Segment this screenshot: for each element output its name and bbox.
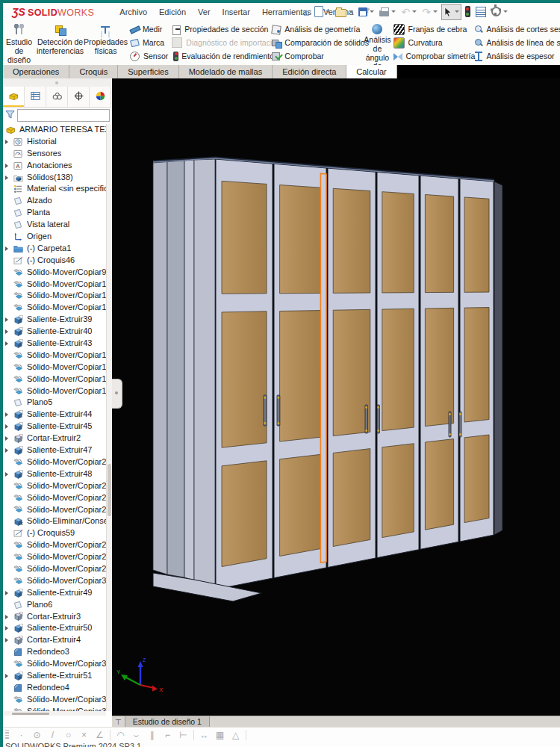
ribbon-button-an-lisis-de-cortes-sesgados[interactable]: Análisis de cortes sesgados: [473, 22, 560, 36]
ribbon-button-medir[interactable]: Medir: [129, 22, 168, 36]
tree-item-saliente-extruir48[interactable]: Saliente-Extruir48: [3, 468, 106, 480]
tab-superficies[interactable]: Superficies: [118, 65, 178, 78]
tree-item-cortar-extruir2[interactable]: Cortar-Extruir2: [3, 433, 106, 444]
expand-arrow-icon[interactable]: [5, 674, 8, 678]
parallel-icon[interactable]: ∥: [144, 730, 160, 740]
tree-item-saliente-extruir45[interactable]: Saliente-Extruir45: [3, 421, 106, 433]
tree-item-vista-lateral[interactable]: Vista lateral: [3, 219, 106, 231]
tree-item-plano6[interactable]: Plano6: [3, 599, 106, 611]
dropdown-caret-icon[interactable]: [370, 10, 374, 13]
line-icon[interactable]: /: [45, 730, 60, 740]
tab-modelado-de-mallas[interactable]: Modelado de mallas: [179, 65, 273, 78]
tree-item-anotaciones[interactable]: AAnotaciones: [3, 160, 106, 172]
angle-icon[interactable]: ∠: [92, 730, 108, 740]
arc-icon[interactable]: ◠: [113, 730, 128, 740]
ribbon-button-comprobar-simetr-a[interactable]: Comprobar simetría: [393, 49, 470, 63]
tree-item-s-lido-mover-copiar32[interactable]: Sólido-Mover/Copiar32: [3, 694, 106, 706]
tree-item-cortar-extruir3[interactable]: Cortar-Extruir3: [3, 611, 106, 623]
tree-item-plano5[interactable]: Plano5: [3, 397, 106, 409]
tree-item-s-lido-mover-copiar23[interactable]: Sólido-Mover/Copiar23: [3, 480, 106, 492]
tab-calcular[interactable]: Calcular: [346, 65, 396, 78]
tree-item-s-lido-mover-copiar13[interactable]: Sólido-Mover/Copiar13: [3, 350, 106, 362]
tree-item-croquis59[interactable]: (-) Croquis59: [3, 527, 106, 539]
ribbon-button-propiedades-de-secci-n[interactable]: Propiedades de sección: [171, 22, 264, 36]
expand-arrow-icon[interactable]: [5, 341, 8, 346]
new-document-icon[interactable]: [313, 4, 332, 19]
dropdown-caret-icon[interactable]: [412, 10, 417, 13]
expand-arrow-icon[interactable]: [5, 472, 8, 477]
scrollbar-thumb[interactable]: [108, 464, 111, 516]
tree-item-armario-teresa-tex-predete[interactable]: ARMARIO TERESA TEX (Predete: [3, 124, 106, 136]
circle-center-icon[interactable]: ⊙: [29, 730, 45, 740]
expand-arrow-icon[interactable]: [5, 626, 8, 630]
tree-item-s-lido-mover-copiar10[interactable]: Sólido-Mover/Copiar10: [3, 279, 106, 291]
expand-arrow-icon[interactable]: [5, 176, 8, 180]
grid-icon[interactable]: ▦: [212, 730, 228, 740]
tree-item-saliente-extruir51[interactable]: Saliente-Extruir51: [3, 670, 106, 682]
configurationmanager-tab[interactable]: [46, 87, 68, 107]
tree-item-s-lido-mover-copiar28[interactable]: Sólido-Mover/Copiar28: [3, 551, 106, 563]
expand-arrow-icon[interactable]: [5, 164, 8, 168]
scrollbar-thumb[interactable]: [12, 713, 49, 715]
print-icon[interactable]: [378, 4, 397, 19]
options-list-icon[interactable]: [474, 4, 488, 19]
cross-icon[interactable]: ×: [76, 730, 92, 740]
dropdown-caret-icon[interactable]: [503, 10, 508, 13]
graphics-viewport[interactable]: YXZ: [112, 78, 560, 716]
study-tab-estudio-de-dise-o-1[interactable]: Estudio de diseño 1: [125, 716, 210, 727]
ribbon-button-franjas-de-cebra[interactable]: Franjas de cebra: [393, 22, 470, 36]
tree-item-saliente-extruir47[interactable]: Saliente-Extruir47: [3, 444, 106, 456]
tree-item-material-sin-especificar[interactable]: Material <sin especificar>: [3, 183, 106, 195]
ribbon-button-propiedades-f-sicas[interactable]: Propiedades físicas: [84, 20, 128, 65]
ribbon-button-comprobar[interactable]: Comprobar: [271, 49, 362, 63]
expand-arrow-icon[interactable]: [5, 412, 8, 417]
expand-arrow-icon[interactable]: [5, 448, 8, 453]
expand-arrow-icon[interactable]: [5, 638, 8, 642]
circle-icon[interactable]: ○: [60, 730, 76, 740]
tree-item-s-lido-mover-copiar25[interactable]: Sólido-Mover/Copiar25: [3, 504, 106, 516]
tree-item-saliente-extruir39[interactable]: Saliente-Extruir39: [3, 314, 106, 326]
ribbon-button-evaluaci-n-de-rendimiento[interactable]: Evaluación de rendimiento: [171, 49, 264, 63]
point-icon[interactable]: ·: [13, 730, 29, 740]
tab-edici-n-directa[interactable]: Edición directa: [273, 65, 346, 78]
ribbon-button-curvatura[interactable]: Curvatura: [393, 36, 470, 49]
displaymanager-tab[interactable]: [90, 87, 111, 107]
tree-item-redondeo3[interactable]: Redondeo3: [3, 646, 106, 658]
tree-item-s-lido-mover-copiar9[interactable]: Sólido-Mover/Copiar9: [3, 267, 106, 279]
ribbon-button-an-lisis-de-ngulo-de-salida[interactable]: Análisis de ángulo de salida: [364, 20, 391, 65]
panel-splitter-handle[interactable]: [3, 78, 111, 87]
tree-item-carpeta1[interactable]: (-) Carpeta1: [3, 243, 106, 255]
dropdown-caret-icon[interactable]: [455, 10, 459, 13]
tree-item-saliente-extruir43[interactable]: Saliente-Extruir43: [3, 338, 106, 350]
ribbon-button-comparaci-n-de-s-lidos[interactable]: Comparación de sólidos: [271, 36, 362, 49]
tree-item-saliente-extruir44[interactable]: Saliente-Extruir44: [3, 409, 106, 421]
expand-arrow-icon[interactable]: [5, 615, 8, 619]
tree-item-croquis46[interactable]: (-) Croquis46: [3, 255, 106, 267]
expand-arrow-icon[interactable]: [5, 247, 8, 251]
tree-item-planta[interactable]: Planta: [3, 207, 106, 219]
ribbon-button-sensor[interactable]: Sensor: [129, 49, 168, 63]
traffic-light-icon[interactable]: [464, 4, 472, 19]
expand-arrow-icon[interactable]: [5, 591, 8, 595]
ribbon-button-estudio-de-dise-o[interactable]: Estudio de diseño: [6, 20, 32, 65]
ribbon-button-marca[interactable]: Marca: [129, 36, 168, 49]
tree-item-s-lidos-138[interactable]: Sólidos(138): [3, 172, 106, 184]
tree-item-s-lido-mover-copiar29[interactable]: Sólido-Mover/Copiar29: [3, 563, 106, 575]
tree-vertical-scrollbar[interactable]: [106, 124, 112, 711]
menu-ver[interactable]: Ver: [192, 5, 217, 19]
ribbon-button-an-lisis-de-geometr-a[interactable]: Análisis de geometría: [271, 22, 362, 36]
tree-item-sensores[interactable]: Sensores: [3, 148, 106, 160]
tree-item-cortar-extruir4[interactable]: Cortar-Extruir4: [3, 634, 106, 646]
horizontal-dim-icon[interactable]: ↔: [196, 730, 212, 740]
toolbar-grip[interactable]: [5, 730, 9, 740]
angle-dim-icon[interactable]: △: [228, 730, 243, 740]
tree-item-redondeo4[interactable]: Redondeo4: [3, 682, 106, 694]
select-cursor-icon[interactable]: [441, 4, 461, 20]
tree-item-s-lido-eliminar-conservar[interactable]: Sólido-Eliminar/Conservar: [3, 515, 106, 527]
wardrobe-model[interactable]: YXZ: [112, 78, 560, 716]
dropdown-caret-icon[interactable]: [391, 10, 396, 13]
tree-item-s-lido-mover-copiar33[interactable]: Sólido-Mover/Copiar33: [3, 706, 106, 711]
tree-item-s-lido-mover-copiar20[interactable]: Sólido-Mover/Copiar20: [3, 456, 106, 468]
tree-item-s-lido-mover-copiar24[interactable]: Sólido-Mover/Copiar24: [3, 492, 106, 504]
save-icon[interactable]: [357, 4, 376, 19]
